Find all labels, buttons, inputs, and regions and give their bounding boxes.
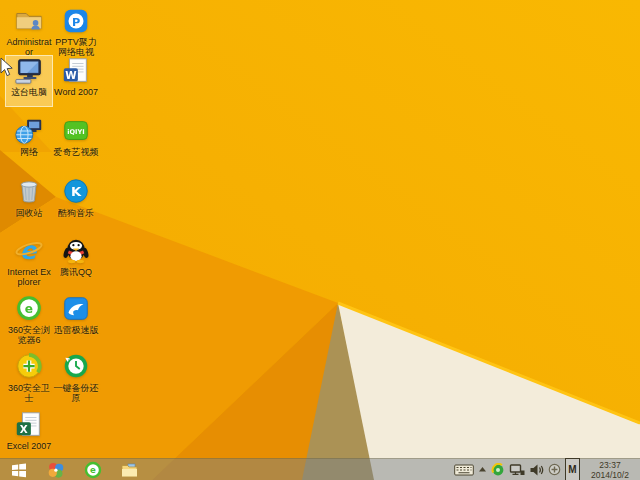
clock-date: 2014/10/2 bbox=[584, 470, 636, 480]
desktop-icon-label: 回收站 bbox=[16, 208, 43, 218]
desktop[interactable]: Administrator 这台电脑 网络 回收站 e Internet Exp… bbox=[0, 0, 640, 480]
svg-text:iQIYI: iQIYI bbox=[67, 128, 84, 136]
system-tray: M 23:37 2014/10/2 bbox=[454, 458, 640, 480]
keyboard-icon bbox=[454, 463, 474, 477]
desktop-icon-thunder[interactable]: 迅雷极速版 bbox=[53, 294, 99, 344]
wired-network-icon bbox=[509, 463, 525, 477]
desktop-icon-label: 迅雷极速版 bbox=[54, 325, 99, 335]
desktop-icon-label: 腾讯QQ bbox=[60, 267, 92, 277]
desktop-icon-label: 一键备份还原 bbox=[53, 383, 99, 403]
desktop-icon-label: PPTV聚力 网络电视 bbox=[53, 37, 99, 57]
tray-icon-remove-hardware[interactable] bbox=[548, 459, 561, 480]
svg-text:W: W bbox=[65, 69, 77, 81]
recycle-bin-icon bbox=[14, 177, 44, 207]
desktop-icon-network[interactable]: 网络 bbox=[6, 116, 52, 166]
this-pc-icon bbox=[14, 56, 44, 86]
pptv-icon: P bbox=[61, 6, 91, 36]
desktop-icon-label: 360安全卫士 bbox=[6, 383, 52, 403]
360-software-manager-icon bbox=[47, 461, 65, 479]
desktop-icon-internet-explorer[interactable]: e Internet Explorer bbox=[6, 236, 52, 286]
desktop-icon-label: 爱奇艺视频 bbox=[54, 147, 99, 157]
desktop-icon-kugou[interactable]: K 酷狗音乐 bbox=[53, 177, 99, 227]
tray-icon-network[interactable] bbox=[509, 459, 525, 480]
ime-indicator[interactable]: M bbox=[565, 458, 580, 480]
desktop-icon-iqiyi[interactable]: iQIYI 爱奇艺视频 bbox=[53, 116, 99, 166]
desktop-icon-label: 这台电脑 bbox=[11, 87, 47, 97]
tray-icon-360[interactable] bbox=[491, 459, 505, 480]
user-folder-icon bbox=[14, 6, 44, 36]
desktop-icon-label: Word 2007 bbox=[54, 87, 98, 97]
desktop-icon-pptv[interactable]: P PPTV聚力 网络电视 bbox=[53, 6, 99, 56]
clock-time: 23:37 bbox=[584, 460, 636, 470]
circle-plus-icon bbox=[548, 463, 561, 476]
svg-text:e: e bbox=[90, 465, 96, 475]
desktop-icon-label: Internet Explorer bbox=[6, 267, 52, 287]
svg-text:X: X bbox=[20, 423, 28, 435]
kugou-music-icon: K bbox=[61, 177, 91, 207]
taskbar-clock[interactable]: 23:37 2014/10/2 bbox=[584, 460, 636, 480]
360-browser-taskbar-icon: e bbox=[84, 461, 102, 479]
excel-icon: X bbox=[14, 410, 44, 440]
desktop-icon-360-browser[interactable]: e 360安全浏览器6 bbox=[6, 294, 52, 344]
taskbar-button-file-explorer[interactable] bbox=[111, 459, 148, 480]
network-icon bbox=[14, 116, 44, 146]
desktop-icon-label: 酷狗音乐 bbox=[58, 208, 94, 218]
desktop-icon-label: 360安全浏览器6 bbox=[6, 325, 52, 345]
svg-text:e: e bbox=[25, 302, 33, 316]
taskbar-button-360-browser[interactable]: e bbox=[74, 459, 111, 480]
desktop-icon-excel[interactable]: X Excel 2007 bbox=[6, 410, 52, 460]
desktop-icon-360-safeguard[interactable]: 360安全卫士 bbox=[6, 352, 52, 402]
internet-explorer-icon: e bbox=[14, 236, 44, 266]
speaker-icon bbox=[529, 463, 544, 477]
start-button[interactable] bbox=[0, 459, 37, 480]
tencent-qq-icon bbox=[61, 236, 91, 266]
show-hidden-icons-button[interactable] bbox=[478, 459, 487, 480]
taskbar-button-360-software-manager[interactable] bbox=[37, 459, 74, 480]
svg-text:K: K bbox=[71, 184, 82, 199]
desktop-icon-qq[interactable]: 腾讯QQ bbox=[53, 236, 99, 286]
file-explorer-icon bbox=[120, 461, 139, 479]
chevron-up-icon bbox=[478, 466, 487, 473]
360-browser-icon: e bbox=[14, 294, 44, 324]
tray-icon-volume[interactable] bbox=[529, 459, 544, 480]
mouse-cursor bbox=[0, 57, 14, 78]
svg-text:P: P bbox=[72, 16, 80, 29]
desktop-icon-backup-restore[interactable]: 一键备份还原 bbox=[53, 352, 99, 402]
taskbar: e bbox=[0, 458, 640, 480]
desktop-icon-label: Administrator bbox=[6, 37, 52, 57]
thunder-icon bbox=[61, 294, 91, 324]
iqiyi-icon: iQIYI bbox=[61, 116, 91, 146]
360-safeguard-icon bbox=[14, 352, 44, 382]
backup-restore-icon bbox=[61, 352, 91, 382]
word-icon: W bbox=[61, 56, 91, 86]
touch-keyboard-button[interactable] bbox=[454, 459, 474, 480]
windows-logo-icon bbox=[10, 461, 28, 479]
desktop-icon-label: 网络 bbox=[20, 147, 38, 157]
desktop-icon-administrator[interactable]: Administrator bbox=[6, 6, 52, 56]
desktop-icon-recycle-bin[interactable]: 回收站 bbox=[6, 177, 52, 227]
desktop-icon-word[interactable]: W Word 2007 bbox=[53, 56, 99, 106]
360-tray-icon bbox=[491, 463, 505, 477]
desktop-icon-label: Excel 2007 bbox=[7, 441, 52, 451]
